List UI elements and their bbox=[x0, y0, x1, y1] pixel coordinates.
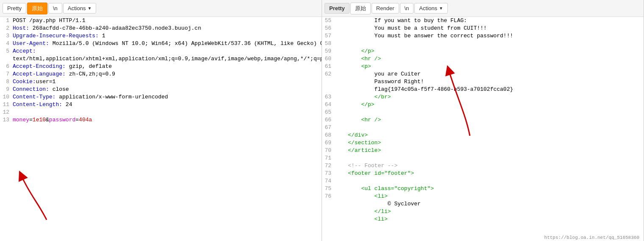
line-number: 2 bbox=[0, 25, 13, 32]
table-row: 76 <li> bbox=[322, 193, 644, 200]
table-row: 66 <hr /> bbox=[322, 116, 644, 124]
line-number bbox=[0, 55, 13, 63]
left-code-area[interactable]: 1POST /pay.php HTTP/1.12Host: 268acfdd-c… bbox=[0, 17, 322, 241]
line-content: Accept-Encoding: gzip, deflate bbox=[13, 63, 322, 70]
line-content: User-Agent: Mozilla/5.0 (Windows NT 10.0… bbox=[13, 40, 322, 48]
line-number: 71 bbox=[322, 154, 335, 162]
line-number: 62 bbox=[322, 70, 335, 78]
right-toolbar: Pretty 原始 Render \n Actions ▼ bbox=[322, 0, 644, 17]
line-content: </div> bbox=[335, 132, 644, 139]
line-number: 69 bbox=[322, 139, 335, 147]
right-code-area[interactable]: 55 If you want to buy the FLAG:56 You mu… bbox=[322, 17, 644, 241]
line-number: 1 bbox=[0, 17, 13, 25]
table-row: 67 bbox=[322, 124, 644, 132]
line-content: you are Cuiter bbox=[335, 70, 644, 78]
line-content: flag{1974c05a-f5f7-4860-b593-a70102fcca0… bbox=[335, 86, 644, 93]
table-row: 4User-Agent: Mozilla/5.0 (Windows NT 10.… bbox=[0, 40, 322, 48]
line-content: <li> bbox=[335, 216, 644, 223]
line-content: POST /pay.php HTTP/1.1 bbox=[13, 17, 322, 25]
line-content: <ul class="copyright"> bbox=[335, 185, 644, 193]
line-content bbox=[13, 109, 322, 116]
table-row: 13money=1e10&password=404a bbox=[0, 116, 322, 124]
line-number: 76 bbox=[322, 193, 335, 200]
table-row: 55 If you want to buy the FLAG: bbox=[322, 17, 644, 25]
table-row: 9Connection: close bbox=[0, 86, 322, 93]
line-content: <hr /> bbox=[335, 55, 644, 63]
line-number bbox=[322, 78, 335, 86]
table-row: 60 <hr /> bbox=[322, 55, 644, 63]
table-row: </li> bbox=[322, 208, 644, 216]
line-content bbox=[335, 40, 644, 48]
line-content: Content-Type: application/x-www-form-url… bbox=[13, 93, 322, 101]
left-chinese-btn[interactable]: 原始 bbox=[27, 3, 47, 14]
line-number: 70 bbox=[322, 147, 335, 154]
table-row: 11Content-Length: 24 bbox=[0, 101, 322, 109]
right-render-btn[interactable]: Render bbox=[372, 3, 399, 14]
left-panel: Pretty 原始 \n Actions ▼ 1POST /pay.php HT… bbox=[0, 0, 322, 241]
left-pretty-btn[interactable]: Pretty bbox=[3, 3, 26, 14]
line-number: 11 bbox=[0, 101, 13, 109]
line-number: 4 bbox=[0, 40, 13, 48]
line-number: 6 bbox=[0, 63, 13, 70]
right-pretty-btn[interactable]: Pretty bbox=[325, 3, 350, 14]
table-row: 59 </p> bbox=[322, 48, 644, 55]
table-row: 6Accept-Encoding: gzip, deflate bbox=[0, 63, 322, 70]
line-content: If you want to buy the FLAG: bbox=[335, 17, 644, 25]
line-content: Upgrade-Insecure-Requests: 1 bbox=[13, 32, 322, 40]
line-content: <!-- Footer --> bbox=[335, 162, 644, 170]
line-content: text/html,application/xhtml+xml,applicat… bbox=[13, 55, 322, 63]
line-number: 75 bbox=[322, 185, 335, 193]
table-row: 8Cookie:user=1 bbox=[0, 78, 322, 86]
line-content: <hr /> bbox=[335, 116, 644, 124]
line-number: 73 bbox=[322, 170, 335, 177]
line-number: 59 bbox=[322, 48, 335, 55]
line-number: 66 bbox=[322, 116, 335, 124]
line-content: </article> bbox=[335, 147, 644, 154]
table-row: 7Accept-Language: zh-CN,zh;q=0.9 bbox=[0, 70, 322, 78]
table-row: 63 </br> bbox=[322, 93, 644, 101]
right-chinese-btn[interactable]: 原始 bbox=[350, 3, 371, 14]
line-content: Host: 268acfdd-c78e-46bb-a240-adaa82ec37… bbox=[13, 25, 322, 32]
table-row: 74 bbox=[322, 177, 644, 185]
right-actions-btn[interactable]: Actions ▼ bbox=[414, 3, 448, 14]
line-number: 12 bbox=[0, 109, 13, 116]
right-panel: Pretty 原始 Render \n Actions ▼ 55 If you … bbox=[322, 0, 644, 241]
line-number bbox=[322, 200, 335, 208]
line-number: 9 bbox=[0, 86, 13, 93]
left-actions-label: Actions bbox=[68, 5, 86, 11]
table-row: 10Content-Type: application/x-www-form-u… bbox=[0, 93, 322, 101]
line-content: </p> bbox=[335, 101, 644, 109]
left-actions-btn[interactable]: Actions ▼ bbox=[63, 3, 97, 14]
line-content: © Syclover bbox=[335, 200, 644, 208]
line-number: 56 bbox=[322, 25, 335, 32]
line-content: You must be answer the correct password!… bbox=[335, 32, 644, 40]
right-newline-btn[interactable]: \n bbox=[400, 3, 414, 14]
table-row: 5Accept: bbox=[0, 48, 322, 55]
left-toolbar: Pretty 原始 \n Actions ▼ bbox=[0, 0, 322, 17]
table-row: 3Upgrade-Insecure-Requests: 1 bbox=[0, 32, 322, 40]
line-number: 3 bbox=[0, 32, 13, 40]
line-number: 8 bbox=[0, 78, 13, 86]
table-row: 61 <p> bbox=[322, 63, 644, 70]
line-content: <p> bbox=[335, 63, 644, 70]
table-row: 73 <footer id="footer"> bbox=[322, 170, 644, 177]
line-number: 60 bbox=[322, 55, 335, 63]
table-row: text/html,application/xhtml+xml,applicat… bbox=[0, 55, 322, 63]
table-row: 62 you are Cuiter bbox=[322, 70, 644, 78]
table-row: 72 <!-- Footer --> bbox=[322, 162, 644, 170]
line-number: 55 bbox=[322, 17, 335, 25]
line-number bbox=[322, 208, 335, 216]
table-row: 65 bbox=[322, 109, 644, 116]
line-content: Accept-Language: zh-CN,zh;q=0.9 bbox=[13, 70, 322, 78]
line-number: 65 bbox=[322, 109, 335, 116]
line-content: </br> bbox=[335, 93, 644, 101]
line-content bbox=[335, 177, 644, 185]
table-row: 2Host: 268acfdd-c78e-46bb-a240-adaa82ec3… bbox=[0, 25, 322, 32]
line-number: 57 bbox=[322, 32, 335, 40]
line-content: Cookie:user=1 bbox=[13, 78, 322, 86]
left-newline-btn[interactable]: \n bbox=[48, 3, 62, 14]
line-number: 74 bbox=[322, 177, 335, 185]
right-actions-chevron-icon: ▼ bbox=[439, 6, 443, 11]
table-row: 12 bbox=[0, 109, 322, 116]
table-row: 71 bbox=[322, 154, 644, 162]
